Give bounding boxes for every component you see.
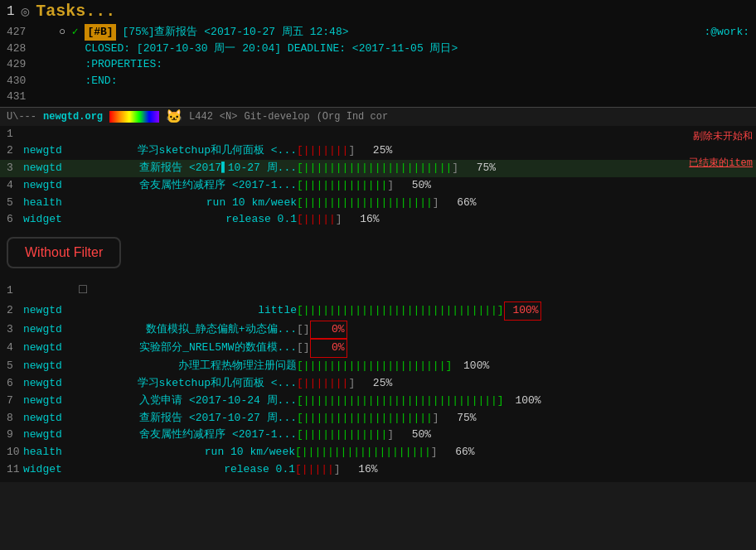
status-bar: U\--- newgtd.org 🐱 L442 <N> Git-develop … [0, 107, 756, 126]
org-row-3: 3 newgtd 查新报告 <2017▌10-27 周... [ |||||||… [0, 160, 756, 177]
title-bar: 1 ◎ Tasks... [0, 0, 756, 22]
without-filter-box: Without Filter [7, 237, 121, 268]
annotation-area: 剔除未开始和 已结束的item [689, 129, 753, 170]
title-num: 1 [7, 4, 15, 19]
org-row-2: 2 newgtd 学习sketchup和几何面板 <... [ ||||||| … [0, 142, 756, 160]
without-filter-label: Without Filter [25, 245, 103, 259]
code-line-430: 430 :END: [7, 73, 749, 89]
bottom-row-6: 6 newgtd 学习sketchup和几何面板 <... [ ||||||| … [0, 375, 756, 393]
bottom-list-section: 1 □ 2 newgtd little [ ||||||||||||||||||… [0, 277, 756, 482]
org-row-5: 5 health run 10 km/week [ ||||||||||||||… [0, 195, 756, 212]
bottom-row-7: 7 newgtd 入党申请 <2017-10-24 周... [ |||||||… [0, 393, 756, 410]
bottom-row-1: 1 □ [0, 280, 756, 302]
pct-badge-100-2: 100% [504, 302, 541, 321]
org-row-6: 6 widget release 0.1 [ ||||| ] 16% [0, 211, 756, 229]
code-line-429: 429 :PROPERTIES: [7, 56, 749, 73]
rainbow-icon [109, 111, 159, 123]
nyan-icon: 🐱 [166, 109, 182, 125]
code-line-431: 431 [7, 89, 749, 105]
code-line-428: 428 CLOSED: [2017-10-30 周一 20:04] DEADLI… [7, 41, 749, 57]
bottom-row-8: 8 newgtd 查新报告 <2017-10-27 周... [ |||||||… [0, 410, 756, 427]
title-icon: ◎ [22, 3, 30, 20]
bottom-row-3: 3 newgtd 数值模拟_静态偏航+动态偏... [ ] 0% [0, 321, 756, 340]
pct-badge-0-3: 0% [310, 321, 347, 340]
bottom-row-10: 10 health run 10 km/week [ |||||||||||||… [0, 444, 756, 461]
bottom-row-11: 11 widget release 0.1 [ ||||| ] 16% [0, 461, 756, 479]
title-text: Tasks... [36, 2, 115, 21]
org-row-4: 4 newgtd 舍友属性约减程序 <2017-1... [ |||||||||… [0, 177, 756, 195]
code-block: 427 ○ ✓ [#B] [75%]查新报告 <2017-10-27 周五 12… [0, 22, 756, 107]
annotation-line1: 剔除未开始和 [693, 129, 753, 143]
bottom-row-5: 5 newgtd 办理工程热物理注册问题 [ |||||||||||||||||… [0, 358, 756, 375]
code-line-427: 427 ○ ✓ [#B] [75%]查新报告 <2017-10-27 周五 12… [7, 24, 749, 41]
without-filter-section: Without Filter [0, 229, 756, 277]
annotation-line2: 已结束的item [689, 156, 753, 170]
org-row-1: 1 [0, 126, 756, 143]
bottom-row-9: 9 newgtd 舍友属性约减程序 <2017-1... [ |||||||||… [0, 427, 756, 444]
pct-badge-0-4: 0% [310, 339, 347, 358]
todo-badge: [#B] [85, 24, 115, 41]
bottom-row-2: 2 newgtd little [ ||||||||||||||||||||||… [0, 302, 756, 321]
bottom-row-4: 4 newgtd 实验部分_NREL5MW的数值模... [ ] 0% [0, 339, 756, 358]
org-filtered-section: 剔除未开始和 已结束的item 1 2 newgtd 学习sketchup和几何… [0, 126, 756, 229]
editor-section: 1 ◎ Tasks... 427 ○ ✓ [#B] [75%]查新报告 <201… [0, 0, 756, 126]
